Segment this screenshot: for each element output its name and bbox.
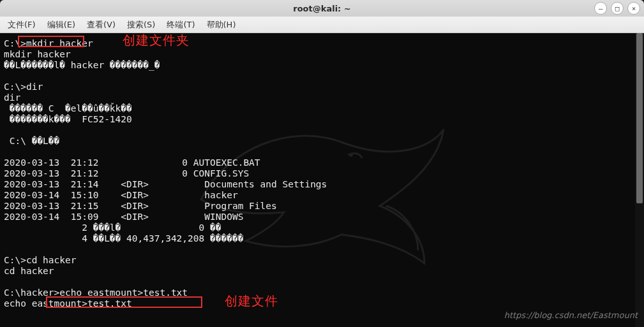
menu-bar: 文件(F) 编辑(E) 查看(V) 搜索(S) 终端(T) 帮助(H)	[0, 17, 644, 33]
window-title: root@kali: ~	[293, 4, 350, 13]
close-button[interactable]: ×	[627, 2, 640, 15]
menu-help[interactable]: 帮助(H)	[202, 18, 241, 32]
window-controls: — □ ×	[594, 2, 640, 15]
scrollbar-thumb[interactable]	[636, 33, 643, 203]
menu-file[interactable]: 文件(F)	[3, 18, 41, 32]
menu-terminal[interactable]: 终端(T)	[161, 18, 200, 32]
vertical-scrollbar[interactable]	[635, 33, 644, 327]
watermark-text: https://blog.csdn.net/Eastmount	[504, 310, 638, 321]
menu-search[interactable]: 搜索(S)	[122, 18, 160, 32]
minimize-button[interactable]: —	[594, 2, 607, 15]
maximize-button[interactable]: □	[611, 2, 624, 15]
terminal-area[interactable]: C:\>mkdir hacker mkdir hacker ��L������l…	[0, 33, 644, 327]
terminal-output: C:\>mkdir hacker mkdir hacker ��L������l…	[4, 38, 640, 309]
menu-view[interactable]: 查看(V)	[82, 18, 121, 32]
menu-edit[interactable]: 编辑(E)	[42, 18, 80, 32]
window-titlebar: root@kali: ~ — □ ×	[0, 0, 644, 17]
